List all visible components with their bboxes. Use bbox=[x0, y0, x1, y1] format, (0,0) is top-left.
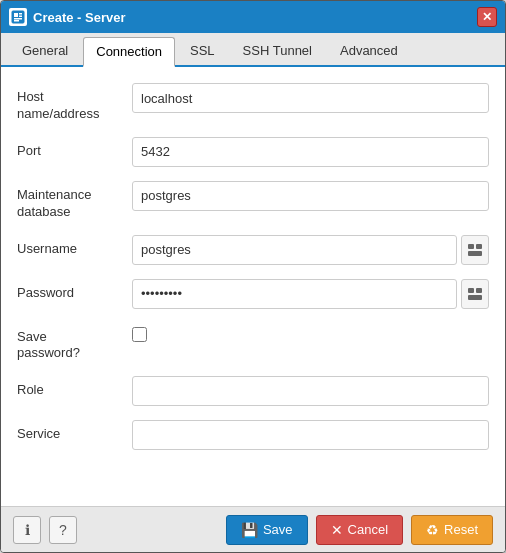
svg-rect-2 bbox=[19, 13, 22, 15]
help-icon: ? bbox=[59, 522, 67, 538]
service-input[interactable] bbox=[132, 420, 489, 450]
username-row: Username bbox=[17, 235, 489, 265]
svg-rect-8 bbox=[476, 244, 482, 249]
save-icon: 💾 bbox=[241, 522, 258, 538]
password-row: Password bbox=[17, 279, 489, 309]
service-label: Service bbox=[17, 420, 132, 443]
maintenance-db-label: Maintenancedatabase bbox=[17, 181, 132, 221]
cancel-icon: ✕ bbox=[331, 522, 343, 538]
reset-label: Reset bbox=[444, 522, 478, 537]
save-password-checkbox[interactable] bbox=[132, 327, 147, 342]
role-input[interactable] bbox=[132, 376, 489, 406]
save-button[interactable]: 💾 Save bbox=[226, 515, 308, 545]
port-input[interactable] bbox=[132, 137, 489, 167]
svg-rect-4 bbox=[14, 18, 22, 20]
save-label: Save bbox=[263, 522, 293, 537]
maintenance-db-control bbox=[132, 181, 489, 211]
username-label: Username bbox=[17, 235, 132, 258]
cancel-label: Cancel bbox=[348, 522, 388, 537]
reset-icon: ♻ bbox=[426, 522, 439, 538]
cancel-button[interactable]: ✕ Cancel bbox=[316, 515, 403, 545]
svg-rect-6 bbox=[468, 244, 474, 249]
tab-connection[interactable]: Connection bbox=[83, 37, 175, 67]
host-row: Hostname/address bbox=[17, 83, 489, 123]
role-control bbox=[132, 376, 489, 406]
password-icon-button[interactable] bbox=[461, 279, 489, 309]
port-row: Port bbox=[17, 137, 489, 167]
form-content: Hostname/address Port Maintenancedatabas… bbox=[1, 67, 505, 506]
titlebar: Create - Server ✕ bbox=[1, 1, 505, 33]
username-icon-button[interactable] bbox=[461, 235, 489, 265]
svg-rect-10 bbox=[468, 295, 482, 300]
maintenance-db-input[interactable] bbox=[132, 181, 489, 211]
svg-rect-3 bbox=[19, 16, 22, 18]
password-label: Password bbox=[17, 279, 132, 302]
footer-right: 💾 Save ✕ Cancel ♻ Reset bbox=[226, 515, 493, 545]
tab-ssl[interactable]: SSL bbox=[177, 35, 228, 65]
host-label: Hostname/address bbox=[17, 83, 132, 123]
tab-bar: General Connection SSL SSH Tunnel Advanc… bbox=[1, 33, 505, 67]
svg-rect-1 bbox=[14, 13, 18, 17]
reset-button[interactable]: ♻ Reset bbox=[411, 515, 493, 545]
tab-general[interactable]: General bbox=[9, 35, 81, 65]
role-label: Role bbox=[17, 376, 132, 399]
save-password-label: Savepassword? bbox=[17, 323, 132, 363]
info-button[interactable]: ℹ bbox=[13, 516, 41, 544]
svg-rect-9 bbox=[468, 288, 474, 293]
help-button[interactable]: ? bbox=[49, 516, 77, 544]
service-row: Service bbox=[17, 420, 489, 450]
svg-rect-5 bbox=[14, 20, 19, 22]
window-title: Create - Server bbox=[33, 10, 126, 25]
port-label: Port bbox=[17, 137, 132, 160]
svg-rect-7 bbox=[468, 251, 482, 256]
save-password-row: Savepassword? bbox=[17, 323, 489, 363]
password-input[interactable] bbox=[132, 279, 457, 309]
maintenance-db-row: Maintenancedatabase bbox=[17, 181, 489, 221]
titlebar-left: Create - Server bbox=[9, 8, 126, 26]
role-row: Role bbox=[17, 376, 489, 406]
username-control bbox=[132, 235, 489, 265]
window-icon bbox=[9, 8, 27, 26]
tab-ssh-tunnel[interactable]: SSH Tunnel bbox=[230, 35, 325, 65]
footer-left: ℹ ? bbox=[13, 516, 77, 544]
save-password-control bbox=[132, 323, 489, 342]
password-control bbox=[132, 279, 489, 309]
host-input[interactable] bbox=[132, 83, 489, 113]
main-window: Create - Server ✕ General Connection SSL… bbox=[0, 0, 506, 553]
info-icon: ℹ bbox=[25, 522, 30, 538]
svg-rect-11 bbox=[476, 288, 482, 293]
close-button[interactable]: ✕ bbox=[477, 7, 497, 27]
service-control bbox=[132, 420, 489, 450]
host-control bbox=[132, 83, 489, 113]
port-control bbox=[132, 137, 489, 167]
footer: ℹ ? 💾 Save ✕ Cancel ♻ Reset bbox=[1, 506, 505, 552]
tab-advanced[interactable]: Advanced bbox=[327, 35, 411, 65]
username-input[interactable] bbox=[132, 235, 457, 265]
